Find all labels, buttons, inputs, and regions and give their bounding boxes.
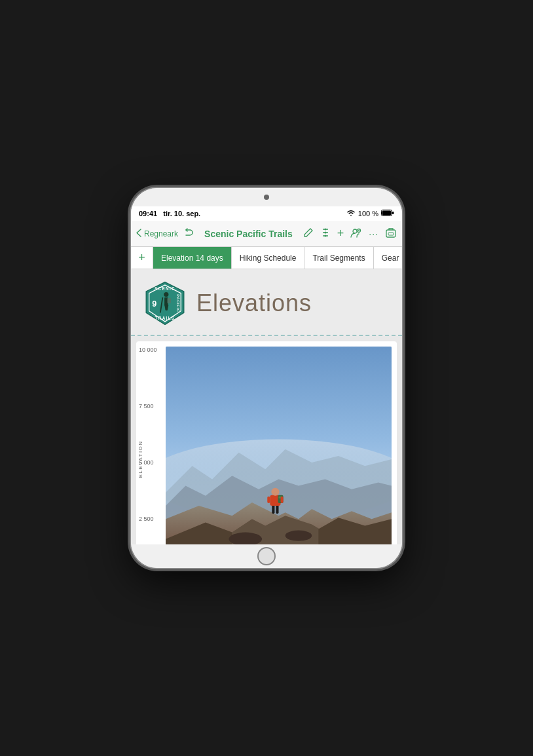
- tabs-bar: + Elevation 14 days Hiking Schedule Trai…: [131, 247, 402, 269]
- sheet-header: SCENIC PACIFIC TRAILS 9 Elevations: [131, 269, 402, 336]
- toolbar-actions: + ···: [303, 227, 397, 240]
- page-title: Elevations: [196, 290, 312, 317]
- home-button[interactable]: [257, 547, 276, 565]
- chart-container: 10 000 7 500 5 000 2 500 ELEVATION: [136, 341, 397, 544]
- back-label: Regneark: [144, 229, 178, 238]
- doc-title: Scenic Pacific Trails: [194, 229, 303, 239]
- tab-trail-segments-label: Trail Segments: [312, 254, 365, 263]
- svg-point-27: [285, 531, 312, 541]
- battery-icon: [381, 210, 394, 217]
- tab-gear-label: Gear: [382, 254, 399, 263]
- svg-rect-18: [168, 298, 171, 303]
- status-bar: 09:41 tir. 10. sep. 100 %: [131, 206, 402, 221]
- trails-logo: SCENIC PACIFIC TRAILS 9: [141, 280, 189, 327]
- status-right: 100 %: [346, 210, 394, 217]
- more-icon[interactable]: ···: [369, 229, 378, 239]
- svg-rect-13: [388, 233, 394, 235]
- svg-rect-28: [272, 504, 274, 514]
- tab-gear[interactable]: Gear: [374, 247, 402, 269]
- tab-hiking-label: Hiking Schedule: [240, 254, 297, 263]
- svg-rect-2: [382, 211, 392, 216]
- svg-text:9: 9: [152, 299, 156, 309]
- add-sheet-button[interactable]: +: [131, 247, 153, 269]
- tab-hiking[interactable]: Hiking Schedule: [232, 247, 305, 269]
- collaborate-icon[interactable]: [350, 227, 362, 240]
- undo-icon[interactable]: [183, 227, 194, 240]
- y-label-7500: 7 500: [139, 403, 157, 409]
- main-content: SCENIC PACIFIC TRAILS 9 Elevations 10 00…: [131, 269, 402, 544]
- share-icon[interactable]: [385, 227, 397, 240]
- header-title-area: Elevations: [196, 290, 312, 317]
- svg-text:TRAILS: TRAILS: [155, 316, 175, 320]
- camera-dot: [264, 195, 269, 200]
- y-label-10000: 10 000: [139, 347, 157, 353]
- screen: 09:41 tir. 10. sep. 100 %: [131, 206, 402, 544]
- pen-icon[interactable]: [303, 227, 314, 240]
- svg-text:SCENIC: SCENIC: [155, 286, 175, 291]
- device-bottom-bar: [131, 544, 402, 568]
- back-button[interactable]: Regneark: [136, 227, 194, 240]
- y-label-2500: 2 500: [139, 516, 157, 522]
- battery-text: 100 %: [358, 210, 378, 217]
- tab-elevation-label: Elevation 14 days: [161, 254, 223, 263]
- date-display: tir. 10. sep.: [163, 210, 200, 217]
- y-axis-title: ELEVATION: [138, 440, 143, 478]
- chart-photo: [166, 347, 392, 544]
- svg-rect-34: [267, 497, 270, 503]
- device-top-bar: [131, 188, 402, 206]
- status-time: 09:41 tir. 10. sep.: [139, 210, 200, 217]
- add-element-icon[interactable]: +: [337, 227, 344, 240]
- svg-point-33: [271, 488, 279, 496]
- toolbar: Regneark Scenic Pacific Trails: [131, 221, 402, 247]
- svg-text:PACIFIC: PACIFIC: [176, 294, 180, 312]
- svg-point-9: [353, 229, 357, 233]
- format-icon[interactable]: [320, 227, 331, 240]
- tab-elevation[interactable]: Elevation 14 days: [153, 247, 232, 269]
- svg-rect-12: [386, 230, 395, 237]
- ipad-device: 09:41 tir. 10. sep. 100 %: [131, 188, 402, 568]
- svg-rect-35: [281, 497, 284, 503]
- wifi-icon: [346, 210, 356, 217]
- svg-point-11: [358, 230, 359, 231]
- svg-point-14: [164, 292, 168, 297]
- tab-trail-segments[interactable]: Trail Segments: [304, 247, 373, 269]
- time-display: 09:41: [139, 210, 157, 217]
- svg-rect-29: [276, 504, 278, 514]
- svg-rect-1: [392, 212, 394, 214]
- back-icon: [136, 229, 141, 239]
